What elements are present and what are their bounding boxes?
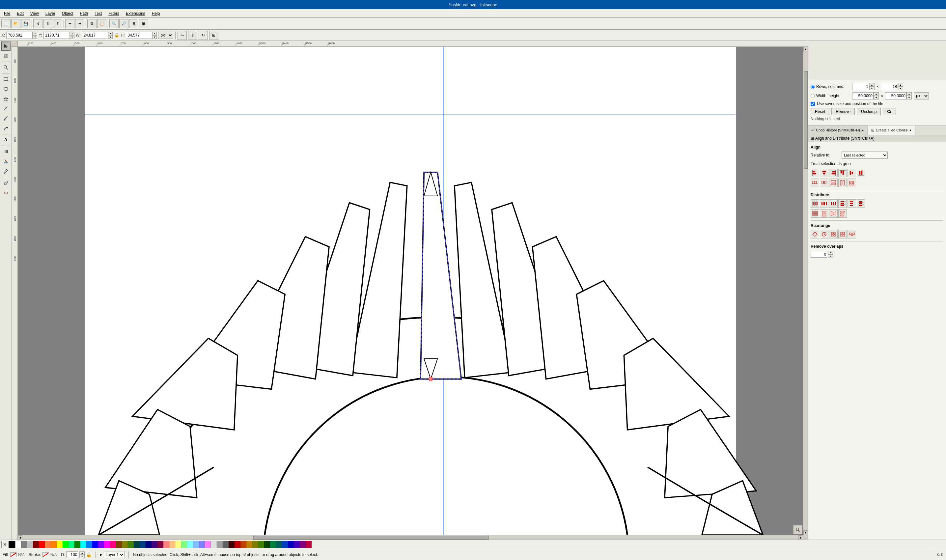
relative-to-select[interactable]: Last selected First selected Page Drawin… <box>841 152 888 159</box>
color-periwinkle[interactable] <box>199 541 205 548</box>
align-shuffle-btn[interactable] <box>848 178 856 187</box>
color-purple2[interactable] <box>157 541 163 548</box>
unclump-btn[interactable]: Unclump <box>857 108 881 115</box>
color-teal1[interactable] <box>134 541 140 548</box>
opacity-input[interactable] <box>66 551 78 558</box>
color-peach[interactable] <box>169 541 175 548</box>
calligraphy-tool[interactable] <box>1 124 11 133</box>
wh-radio[interactable] <box>811 94 815 98</box>
w-spin-down[interactable]: ▼ <box>108 35 113 39</box>
menu-filters[interactable]: Filters <box>106 11 122 17</box>
rect-tool[interactable] <box>1 74 11 84</box>
menu-extensions[interactable]: Extensions <box>123 11 148 17</box>
menu-file[interactable]: File <box>1 11 13 17</box>
width-spin-up[interactable]: ▲ <box>874 92 879 96</box>
rows-spin-down[interactable]: ▼ <box>869 87 875 90</box>
zoom-page-btn[interactable]: ▣ <box>139 19 148 28</box>
star-tool[interactable] <box>1 94 11 103</box>
color-darkgray[interactable] <box>223 541 229 548</box>
color-olive[interactable] <box>122 541 128 548</box>
gradient-tool[interactable] <box>1 147 11 156</box>
undo-btn[interactable]: ↩ <box>65 19 74 28</box>
color-lightpink[interactable] <box>163 541 169 548</box>
menu-text[interactable]: Text <box>92 11 105 17</box>
menu-help[interactable]: Help <box>149 11 163 17</box>
scroll-thumb-h[interactable] <box>253 535 489 540</box>
scroll-down-arrow[interactable]: ▼ <box>803 530 808 535</box>
color-moss[interactable] <box>252 541 258 548</box>
rearrange-btn3[interactable] <box>829 230 838 238</box>
cols-spin-up[interactable]: ▲ <box>898 83 903 87</box>
y-spin-up[interactable]: ▲ <box>70 32 74 35</box>
dist-baseline-btn[interactable] <box>829 209 838 218</box>
w-spin-up[interactable]: ▲ <box>108 32 113 35</box>
rearrange-btn1[interactable] <box>811 230 819 238</box>
dist-baseline2-btn[interactable] <box>838 209 847 218</box>
text-tool[interactable]: A <box>1 135 11 145</box>
zoom-in-btn[interactable]: 🔍 <box>109 19 118 28</box>
redo-btn[interactable]: ↪ <box>75 19 84 28</box>
color-royalblue[interactable] <box>288 541 294 548</box>
print-btn[interactable]: 🖨 <box>33 19 43 28</box>
x-spin-up[interactable]: ▲ <box>32 32 37 35</box>
undo-history-tab[interactable]: ↩ Undo History (Shift+Ctrl+H) ▲ <box>808 126 868 135</box>
zoom-fit-btn[interactable]: ⊞ <box>129 19 138 28</box>
paste-btn[interactable]: 📋 <box>97 19 106 28</box>
color-crimson[interactable] <box>235 541 240 548</box>
circle-tool[interactable] <box>1 84 11 94</box>
menu-object[interactable]: Object <box>59 11 76 17</box>
color-lightblue[interactable] <box>193 541 199 548</box>
layer-selector[interactable]: ▶ Layer 1 <box>100 551 125 558</box>
color-orange2[interactable] <box>51 541 57 548</box>
menu-edit[interactable]: Edit <box>14 11 26 17</box>
width-input[interactable] <box>852 92 874 100</box>
color-lightgreen[interactable] <box>181 541 187 548</box>
color-skyblue[interactable] <box>86 541 92 548</box>
color-darkteal[interactable] <box>276 541 282 548</box>
opacity-up[interactable]: ▲ <box>79 551 85 555</box>
color-cyan[interactable] <box>80 541 86 548</box>
opacity-down[interactable]: ▼ <box>79 555 85 558</box>
canvas-scroll[interactable] <box>18 47 803 535</box>
rows-cols-radio[interactable] <box>811 85 815 89</box>
overlap-h-up[interactable]: ▲ <box>828 251 833 254</box>
color-darkrose[interactable] <box>306 541 312 548</box>
export-btn[interactable]: ⬆ <box>53 19 62 28</box>
menu-path[interactable]: Path <box>77 11 91 17</box>
menu-layer[interactable]: Layer <box>43 11 58 17</box>
rearrange-btn5[interactable] <box>848 230 856 238</box>
color-darkred[interactable] <box>33 541 39 548</box>
dist-bottom-btn[interactable] <box>857 199 865 208</box>
reset-btn[interactable]: Reset <box>811 108 829 115</box>
color-violet[interactable] <box>98 541 104 548</box>
height-input[interactable] <box>885 92 906 100</box>
align-bottom-edges-btn[interactable] <box>857 169 865 177</box>
spray-tool[interactable] <box>1 178 11 188</box>
color-lightgray1[interactable] <box>211 541 217 548</box>
x-input[interactable] <box>6 32 32 39</box>
align-centers-h-btn[interactable] <box>820 169 828 177</box>
align-right-edges-btn[interactable] <box>829 169 838 177</box>
align-exchange-btn[interactable] <box>820 178 828 187</box>
dist-equal-v-btn[interactable] <box>820 209 828 218</box>
rearrange-btn2[interactable] <box>820 230 828 238</box>
dist-top-btn[interactable] <box>838 199 847 208</box>
rows-cols-radio-label[interactable]: Rows, columns: <box>811 84 850 89</box>
no-fill-swatch[interactable]: ✕ <box>1 541 9 548</box>
transform-btn2[interactable]: ⇕ <box>188 31 197 40</box>
horizontal-scrollbar[interactable]: ◀ ▶ <box>18 535 803 540</box>
node-tool[interactable] <box>1 51 11 61</box>
color-lightmagenta[interactable] <box>205 541 211 548</box>
align-left-edges-btn[interactable] <box>811 169 819 177</box>
align-top-edges-btn[interactable] <box>838 169 847 177</box>
color-red[interactable] <box>39 541 45 548</box>
x-spin-down[interactable]: ▼ <box>32 35 37 39</box>
create-btn[interactable]: Cr <box>883 108 895 115</box>
height-spin-down[interactable]: ▼ <box>906 96 912 100</box>
color-cerulean[interactable] <box>282 541 288 548</box>
color-green[interactable] <box>74 541 80 548</box>
wh-radio-label[interactable]: Width, height: <box>811 94 850 98</box>
color-rust[interactable] <box>240 541 246 548</box>
w-input[interactable] <box>82 32 108 39</box>
h-spin-up[interactable]: ▲ <box>152 32 157 35</box>
